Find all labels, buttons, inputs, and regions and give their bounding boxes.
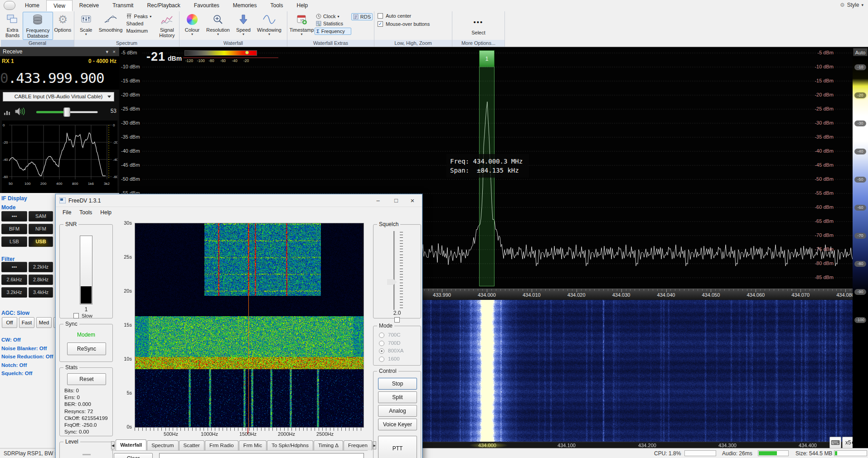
auto-level-button[interactable]: Auto	[853, 48, 868, 56]
frequency-display[interactable]: 0.433.999.900	[0, 66, 119, 90]
ribbon-tab-favourites[interactable]: Favourites	[187, 0, 226, 11]
mode-button-LSB[interactable]: LSB	[1, 236, 27, 247]
frequency-database-button[interactable]: Frequency Database	[23, 12, 53, 40]
freedv-tab-tospkrhdphns[interactable]: To Spkr/Hdphns	[267, 440, 313, 450]
panel-close-icon[interactable]: ×	[113, 47, 116, 56]
snr-slow-checkbox[interactable]: Slow	[73, 313, 92, 318]
clock-button[interactable]: Clock ▾	[315, 13, 351, 19]
maximum-button[interactable]: Maximum	[125, 28, 156, 34]
control-button-analog[interactable]: Analog	[378, 405, 417, 417]
freedv-tab-timing[interactable]: Timing Δ	[314, 440, 343, 450]
mode-button-SAM[interactable]: SAM	[29, 211, 53, 222]
speaker-icon[interactable]	[15, 107, 25, 116]
ribbon-tab-recplayback[interactable]: Rec/Playback	[140, 0, 187, 11]
filter-button-32kHz[interactable]: 3.2kHz	[1, 287, 27, 298]
keyboard-button[interactable]: ⌨	[829, 437, 841, 448]
reset-button[interactable]: Reset	[67, 373, 106, 385]
extra-bands-button[interactable]: Extra Bands	[2, 12, 23, 40]
squelch-slider-thumb[interactable]	[387, 279, 397, 285]
freedv-window: FreeDV 1.3.1 – □ × FileToolsHelp SNR 1 S…	[55, 194, 422, 458]
close-button[interactable]: ×	[405, 194, 420, 207]
freedv-menu-help[interactable]: Help	[96, 207, 116, 218]
volume-slider-handle[interactable]	[63, 107, 70, 117]
sync-group: Sync Modem ReSync	[59, 324, 113, 362]
ribbon-tab-home[interactable]: Home	[18, 0, 46, 11]
channel-marker[interactable]: 1	[479, 50, 495, 67]
clear-button[interactable]: Clear	[114, 453, 153, 458]
smoothing-button[interactable]: Smoothing	[96, 12, 125, 40]
minimize-button[interactable]: –	[370, 194, 386, 207]
shaded-button[interactable]: Shaded	[125, 20, 156, 27]
filter-button-22kHz[interactable]: 2.2kHz	[29, 262, 53, 272]
mode-radio-700c[interactable]	[379, 333, 384, 338]
resync-button[interactable]: ReSync	[67, 342, 106, 355]
audio-device-dropdown[interactable]: CABLE Input (VB-Audio Virtual Cable)	[3, 92, 114, 101]
mode-button-USB[interactable]: USB	[29, 236, 53, 247]
ribbon-tab-transmit[interactable]: Transmit	[106, 0, 140, 11]
resolution-button[interactable]: Resolution ▾	[204, 12, 233, 40]
ribbon-tab-tools[interactable]: Tools	[264, 0, 290, 11]
filter-button-26kHz[interactable]: 2.6kHz	[1, 275, 27, 285]
ribbon-tab-memories[interactable]: Memories	[226, 0, 264, 11]
freedv-menu-file[interactable]: File	[58, 207, 75, 218]
db-label-right: -10 dBm	[815, 64, 834, 69]
freedv-tab-scatter[interactable]: Scatter	[179, 440, 204, 450]
windowing-button[interactable]: Windowing ▾	[254, 12, 284, 40]
scale-button[interactable]: Scale ▾	[76, 12, 96, 40]
mode-radio-700d[interactable]	[379, 341, 384, 346]
ribbon-tab-receive[interactable]: Receive	[73, 0, 106, 11]
select-button[interactable]: ••• Select	[466, 12, 491, 40]
timestamp-button[interactable]: 15 Timestamp ▾	[289, 12, 315, 40]
db-label-left: -40 dBm	[121, 148, 140, 154]
frequency-button[interactable]: Σ Frequency	[315, 28, 351, 35]
statistics-button[interactable]: 9 Statistics	[315, 20, 351, 27]
filter-button-28kHz[interactable]: 2.8kHz	[29, 275, 53, 285]
rds-button[interactable]: RDS	[351, 13, 373, 20]
ptt-button[interactable]: PTT	[378, 436, 417, 458]
filter-button-[interactable]: •••	[1, 262, 27, 272]
freedv-tab-spectrum[interactable]: Spectrum	[147, 440, 178, 450]
sigma-icon: Σ	[316, 29, 320, 34]
maximize-button[interactable]: □	[388, 194, 404, 207]
mode-radio-800xa[interactable]	[379, 348, 384, 354]
mouse-over-buttons-checkbox[interactable]: ✓ Mouse-over buttons	[378, 21, 430, 27]
app-menu-button[interactable]	[4, 1, 15, 10]
speed-button[interactable]: Speed ▾	[233, 12, 254, 40]
freedv-tab-waterfall[interactable]: Waterfall	[116, 439, 146, 450]
tab-scroll-left[interactable]: ◀	[111, 441, 115, 449]
freedv-tab-frmmic[interactable]: Frm Mic	[239, 440, 267, 450]
filter-button-34kHz[interactable]: 3.4kHz	[29, 287, 53, 298]
control-button-voicekeyer[interactable]: Voice Keyer	[378, 419, 417, 430]
ribbon-tab-help[interactable]: Help	[290, 0, 315, 11]
freedv-menu-tools[interactable]: Tools	[75, 207, 96, 218]
mode-radio-1600[interactable]	[379, 357, 384, 362]
freedv-title-bar[interactable]: FreeDV 1.3.1 – □ ×	[56, 194, 422, 207]
control-button-stop[interactable]: Stop	[378, 378, 417, 390]
mode-button-BFM[interactable]: BFM	[1, 224, 27, 234]
receive-panel-title: Receive	[3, 48, 22, 55]
auto-center-checkbox[interactable]: Auto center	[378, 13, 411, 19]
level-gradient-strip[interactable]	[853, 57, 868, 448]
panel-collapse-icon[interactable]: ▾	[106, 47, 108, 56]
message-textbox[interactable]	[159, 453, 364, 458]
freedv-waterfall-plot[interactable]	[135, 223, 364, 428]
peaks-button[interactable]: Peaks ▾	[125, 13, 156, 19]
equalizer-icon[interactable]	[4, 108, 12, 116]
freedv-tab-frequen[interactable]: Frequen	[344, 440, 372, 450]
legend-tick: -40	[232, 58, 237, 63]
ribbon-tab-view[interactable]: View	[46, 0, 73, 11]
squelch-slider-track[interactable]	[393, 231, 395, 310]
style-button[interactable]: ⚙ Style ▾	[835, 0, 868, 11]
mode-button-NFM[interactable]: NFM	[29, 224, 53, 234]
agc-button-off[interactable]: Off	[2, 317, 17, 328]
control-button-split[interactable]: Split	[378, 391, 417, 403]
options-button[interactable]: ⚙ Options	[53, 12, 73, 40]
agc-button-med[interactable]: Med	[36, 317, 52, 328]
colour-button[interactable]: Colour ▾	[181, 12, 204, 40]
agc-button-fast[interactable]: Fast	[19, 317, 34, 328]
freedv-waterfall-canvas	[135, 223, 364, 427]
freedv-tab-frmradio[interactable]: Frm Radio	[205, 440, 238, 450]
squelch-checkbox[interactable]	[394, 317, 400, 323]
signal-history-button[interactable]: Signal History	[156, 12, 178, 40]
mode-button-[interactable]: •••	[1, 211, 27, 222]
